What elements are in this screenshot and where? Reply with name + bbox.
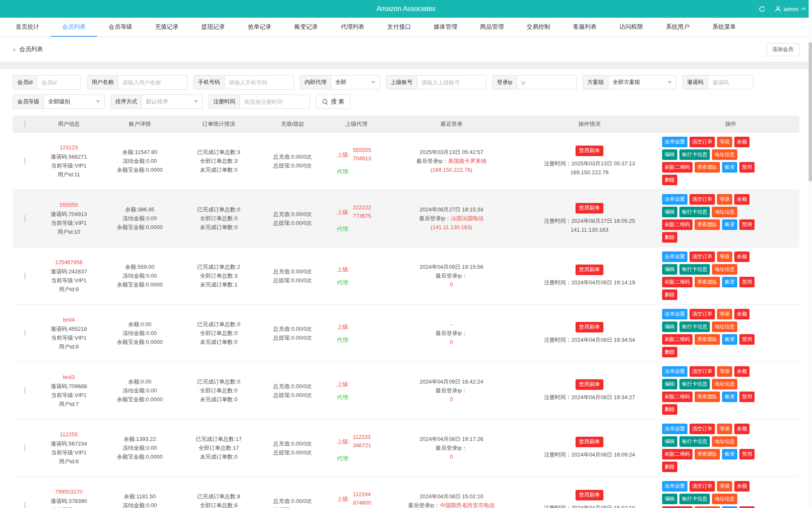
balance-button[interactable]: 余额 [734, 251, 750, 262]
delete-button[interactable]: 删除 [662, 462, 677, 472]
phone-input[interactable] [225, 76, 288, 89]
address-info-button[interactable]: 地址信息 [712, 149, 737, 160]
disable-brush-button[interactable]: 禁用刷单 [576, 437, 603, 447]
disable-brush-button[interactable]: 禁用刷单 [576, 146, 603, 156]
level-button[interactable]: 等级 [717, 309, 732, 319]
clear-orders-button[interactable]: 清空订单 [690, 251, 715, 262]
clear-orders-button[interactable]: 清空订单 [690, 424, 715, 434]
edit-button[interactable]: 编辑 [662, 494, 677, 504]
address-info-button[interactable]: 地址信息 [712, 379, 737, 389]
refresh-qrcode-button[interactable]: 刷新二维码 [662, 162, 693, 173]
parent-account[interactable]: 773675 [353, 212, 371, 220]
disable-brush-button[interactable]: 禁用刷单 [576, 379, 603, 390]
tab-agent-list[interactable]: 代理列表 [329, 18, 376, 37]
tab-member-level[interactable]: 会员等级 [97, 18, 144, 37]
level-button[interactable]: 等级 [717, 481, 732, 492]
parent-account[interactable]: 874600 [353, 499, 371, 507]
member-id-input[interactable] [37, 76, 81, 89]
refresh-qrcode-button[interactable]: 刷新二维码 [662, 392, 693, 402]
disable-button[interactable]: 禁用 [739, 334, 755, 345]
disable-button[interactable]: 禁用 [739, 162, 755, 173]
edit-button[interactable]: 编辑 [662, 322, 677, 332]
row-checkbox[interactable] [24, 444, 25, 451]
disable-brush-button[interactable]: 禁用刷单 [576, 322, 603, 332]
edit-button[interactable]: 编辑 [662, 207, 677, 217]
row-checkbox[interactable] [24, 387, 25, 394]
row-checkbox[interactable] [24, 330, 25, 337]
account-change-button[interactable]: 账变 [722, 506, 737, 508]
account-change-button[interactable]: 账变 [722, 219, 737, 230]
login-ip-input[interactable] [517, 76, 574, 89]
level-button[interactable]: 等级 [717, 194, 732, 205]
tab-transaction-control[interactable]: 交易控制 [515, 18, 562, 37]
chain-order-settings-button[interactable]: 连单设置 [662, 309, 687, 319]
edit-button[interactable]: 编辑 [662, 149, 677, 160]
user-menu[interactable]: admin [775, 6, 806, 12]
balance-button[interactable]: 余额 [734, 481, 750, 492]
tab-system-menu[interactable]: 系统菜单 [701, 18, 747, 37]
parent-account[interactable]: 346721 [353, 441, 371, 450]
refresh-qrcode-button[interactable]: 刷新二维码 [662, 277, 693, 287]
level-button[interactable]: 等级 [717, 424, 732, 434]
plan-group-select[interactable]: 全部方案组 [608, 76, 676, 89]
balance-button[interactable]: 余额 [734, 137, 750, 147]
refresh-qrcode-button[interactable]: 刷新二维码 [662, 334, 693, 345]
add-member-button[interactable]: 添加会员 [766, 43, 799, 56]
account-change-button[interactable]: 账变 [722, 277, 737, 287]
member-level-select[interactable]: 全部级别 [44, 95, 104, 108]
parent-account-input[interactable] [417, 76, 481, 89]
account-change-button[interactable]: 账变 [722, 334, 737, 345]
parent-account[interactable]: 704913 [353, 154, 371, 163]
delete-button[interactable]: 删除 [662, 175, 677, 185]
delete-button[interactable]: 删除 [662, 232, 677, 243]
chain-order-settings-button[interactable]: 连单设置 [662, 194, 687, 205]
address-info-button[interactable]: 地址信息 [712, 494, 737, 504]
disable-button[interactable]: 禁用 [739, 392, 755, 402]
chain-order-settings-button[interactable]: 连单设置 [662, 424, 687, 434]
tab-product-management[interactable]: 商品管理 [469, 18, 515, 37]
refresh-icon[interactable] [758, 5, 766, 13]
clear-orders-button[interactable]: 清空订单 [690, 194, 715, 205]
address-info-button[interactable]: 地址信息 [712, 264, 737, 275]
tab-media-management[interactable]: 媒体管理 [422, 18, 469, 37]
account-change-button[interactable]: 账变 [722, 449, 737, 459]
chain-order-settings-button[interactable]: 连单设置 [662, 366, 687, 377]
view-team-button[interactable]: 查看团队 [695, 162, 720, 173]
disable-brush-button[interactable]: 禁用刷单 [576, 490, 603, 500]
level-button[interactable]: 等级 [717, 251, 732, 262]
account-change-button[interactable]: 账变 [722, 392, 737, 402]
bank-card-info-button[interactable]: 银行卡信息 [679, 322, 710, 332]
bank-card-info-button[interactable]: 银行卡信息 [679, 207, 710, 217]
refresh-qrcode-button[interactable]: 刷新二维码 [662, 449, 693, 459]
chain-order-settings-button[interactable]: 连单设置 [662, 251, 687, 262]
disable-button[interactable]: 禁用 [739, 219, 755, 230]
parent-account[interactable]: 112233 [353, 433, 371, 441]
view-team-button[interactable]: 查看团队 [695, 392, 720, 402]
clear-orders-button[interactable]: 清空订单 [690, 366, 715, 377]
view-team-button[interactable]: 查看团队 [695, 506, 720, 508]
delete-button[interactable]: 删除 [662, 289, 677, 300]
tab-customer-service-list[interactable]: 客服列表 [562, 18, 608, 37]
parent-account[interactable]: 222222 [353, 203, 371, 212]
internal-agent-select[interactable]: 全部 [331, 76, 380, 89]
balance-button[interactable]: 余额 [734, 309, 750, 319]
row-checkbox[interactable] [24, 272, 25, 279]
delete-button[interactable]: 删除 [662, 404, 677, 415]
scrollbar-thumb[interactable] [809, 42, 812, 181]
edit-button[interactable]: 编辑 [662, 264, 677, 275]
disable-button[interactable]: 禁用 [739, 449, 755, 459]
tab-member-list[interactable]: 会员列表 [51, 18, 97, 37]
disable-brush-button[interactable]: 禁用刷单 [576, 203, 603, 213]
search-button[interactable]: 搜 索 [316, 95, 350, 109]
bank-card-info-button[interactable]: 银行卡信息 [679, 149, 710, 160]
bank-card-info-button[interactable]: 银行卡信息 [679, 436, 710, 447]
tab-account-change-records[interactable]: 账变记录 [283, 18, 329, 37]
tab-recharge-records[interactable]: 充值记录 [144, 18, 190, 37]
account-change-button[interactable]: 账变 [722, 162, 737, 173]
disable-brush-button[interactable]: 禁用刷单 [576, 265, 603, 275]
balance-button[interactable]: 余额 [734, 366, 750, 377]
level-button[interactable]: 等级 [717, 366, 732, 377]
reg-time-input[interactable] [240, 95, 303, 108]
sort-mode-select[interactable]: 默认排序 [142, 95, 202, 108]
bank-card-info-button[interactable]: 银行卡信息 [679, 264, 710, 275]
